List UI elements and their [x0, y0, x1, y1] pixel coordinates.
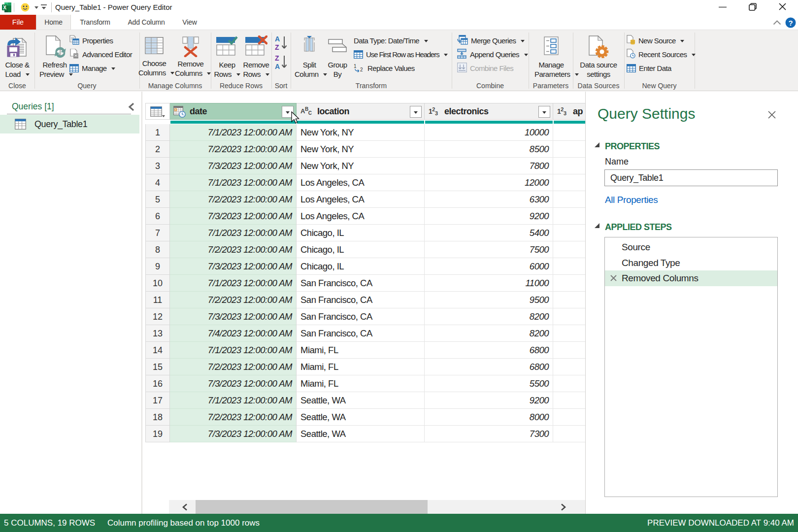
svg-text:Z: Z: [275, 43, 279, 51]
svg-text:Z: Z: [275, 54, 279, 62]
svg-text:A: A: [275, 63, 280, 70]
svg-text:1: 1: [354, 64, 357, 69]
svg-text:?: ?: [788, 19, 793, 27]
svg-text:X: X: [3, 5, 6, 10]
svg-text:A: A: [275, 35, 280, 43]
svg-text:2: 2: [360, 67, 363, 72]
